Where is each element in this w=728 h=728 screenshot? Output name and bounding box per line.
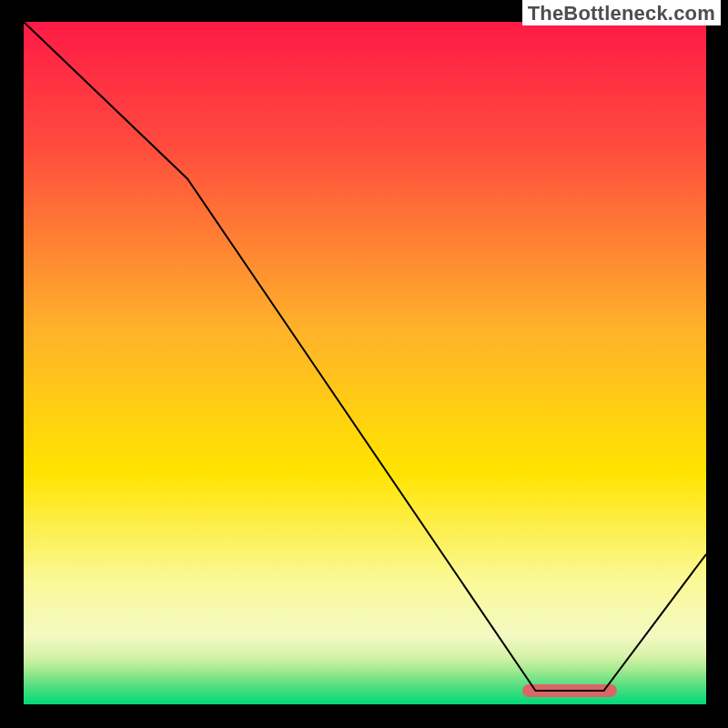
plot-area [24, 22, 706, 704]
plot-svg [24, 22, 706, 704]
attribution-text: TheBottleneck.com [522, 0, 721, 25]
chart-stage: TheBottleneck.com [0, 0, 728, 728]
gradient-background [24, 22, 706, 704]
